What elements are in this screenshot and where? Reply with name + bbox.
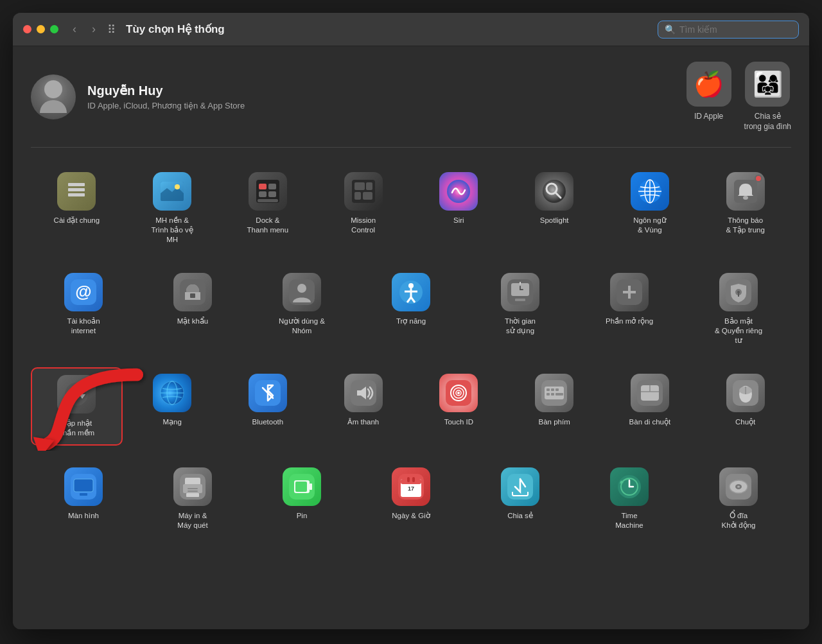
timemachine-item[interactable]: TimeMachine bbox=[577, 461, 682, 537]
avatar[interactable] bbox=[31, 74, 76, 119]
svg-rect-82 bbox=[80, 493, 87, 496]
extensions-item[interactable]: Phần mở rộng bbox=[577, 266, 682, 352]
svg-text:@: @ bbox=[75, 282, 91, 301]
search-box[interactable]: 🔍 bbox=[658, 21, 799, 39]
siri-icon bbox=[439, 172, 478, 211]
screentime-icon bbox=[501, 273, 539, 311]
svg-rect-98 bbox=[412, 477, 415, 482]
wallpaper-label: MH nền &Trình bảo vệ MH bbox=[146, 216, 198, 245]
apple-id-label: ID Apple bbox=[694, 112, 723, 122]
display-label: Màn hình bbox=[68, 511, 99, 521]
general-icon bbox=[57, 172, 96, 211]
notifications-label: Thông báo& Tập trung bbox=[726, 216, 765, 235]
network-icon bbox=[153, 374, 191, 412]
display-item[interactable]: Màn hình bbox=[31, 461, 136, 537]
back-button[interactable]: ‹ bbox=[69, 21, 80, 37]
svg-rect-14 bbox=[366, 182, 372, 190]
svg-rect-93 bbox=[295, 482, 307, 492]
svg-point-34 bbox=[408, 283, 414, 288]
svg-rect-11 bbox=[258, 199, 278, 202]
family-sharing-button[interactable]: 👨‍👩‍👧 Chia sẻ trong gia đình bbox=[744, 62, 791, 132]
battery-label: Pin bbox=[297, 511, 308, 521]
touchid-icon bbox=[439, 374, 478, 412]
svg-point-63 bbox=[457, 392, 460, 394]
touchid-item[interactable]: Touch ID bbox=[413, 367, 505, 446]
printer-item[interactable]: Máy in &Máy quét bbox=[140, 461, 245, 537]
screentime-item[interactable]: Thời giansử dụng bbox=[468, 266, 573, 352]
mouse-item[interactable]: Chuột bbox=[699, 367, 791, 446]
users-label: Người dùng &Nhóm bbox=[279, 317, 325, 336]
wallpaper-icon bbox=[153, 172, 191, 211]
svg-point-32 bbox=[297, 284, 306, 293]
password-icon bbox=[173, 273, 212, 311]
language-label: Ngôn ngữ& Vùng bbox=[633, 216, 666, 235]
mission-control-item[interactable]: MissionControl bbox=[317, 166, 409, 251]
extensions-icon bbox=[610, 273, 649, 311]
profile-name: Nguyễn Huy bbox=[87, 83, 245, 98]
battery-item[interactable]: Pin bbox=[249, 461, 354, 537]
svg-point-5 bbox=[175, 184, 180, 189]
keyboard-item[interactable]: Bàn phím bbox=[509, 367, 600, 446]
close-button[interactable] bbox=[23, 25, 31, 33]
system-preferences-window: ‹ › ⠿ Tùy chọn Hệ thống 🔍 Nguyễn Huy ID … bbox=[13, 13, 809, 629]
security-item[interactable]: Bảo mật& Quyền riêng tư bbox=[686, 266, 791, 352]
wallpaper-item[interactable]: MH nền &Trình bảo vệ MH bbox=[127, 166, 218, 251]
notifications-icon bbox=[726, 172, 765, 211]
spotlight-icon bbox=[535, 172, 573, 211]
svg-rect-69 bbox=[547, 393, 550, 396]
profile-subtitle: ID Apple, iCloud, Phương tiện & App Stor… bbox=[87, 101, 245, 110]
grid-view-button[interactable]: ⠿ bbox=[107, 22, 116, 37]
display-icon bbox=[64, 467, 103, 506]
svg-rect-2 bbox=[68, 193, 85, 196]
internet-accounts-label: Tài khoảninternet bbox=[67, 317, 100, 336]
screentime-label: Thời giansử dụng bbox=[505, 317, 536, 336]
password-item[interactable]: Mật khẩu bbox=[140, 266, 245, 352]
forward-button[interactable]: › bbox=[88, 21, 100, 37]
sharing-item[interactable]: Chia sẻ bbox=[468, 461, 573, 537]
svg-rect-87 bbox=[188, 488, 198, 489]
siri-item[interactable]: Siri bbox=[413, 166, 505, 251]
spotlight-item[interactable]: Spotlight bbox=[509, 166, 600, 251]
dock-item[interactable]: Dock &Thanh menu bbox=[222, 166, 314, 251]
svg-rect-68 bbox=[555, 388, 559, 391]
password-label: Mật khẩu bbox=[177, 317, 209, 326]
maximize-button[interactable] bbox=[50, 25, 58, 33]
siri-label: Siri bbox=[453, 216, 464, 225]
search-input[interactable] bbox=[679, 24, 782, 35]
notifications-item[interactable]: Thông báo& Tập trung bbox=[699, 166, 791, 251]
battery-icon bbox=[283, 467, 321, 506]
sound-item[interactable]: Âm thanh bbox=[317, 367, 409, 446]
internet-accounts-item[interactable]: @ Tài khoảninternet bbox=[31, 266, 136, 352]
bluetooth-item[interactable]: Bluetooth bbox=[222, 367, 314, 446]
spotlight-label: Spotlight bbox=[540, 216, 569, 225]
minimize-button[interactable] bbox=[37, 25, 45, 33]
trackpad-label: Bàn di chuột bbox=[629, 417, 671, 427]
users-item[interactable]: Người dùng &Nhóm bbox=[249, 266, 354, 352]
content-area: Nguyễn Huy ID Apple, iCloud, Phương tiện… bbox=[13, 46, 809, 629]
svg-rect-0 bbox=[68, 183, 85, 186]
apple-id-button[interactable]: 🍎 ID Apple bbox=[686, 62, 731, 132]
mouse-icon bbox=[726, 374, 765, 412]
language-item[interactable]: Ngôn ngữ& Vùng bbox=[604, 166, 696, 251]
trackpad-item[interactable]: Bàn di chuột bbox=[604, 367, 696, 446]
datetime-item[interactable]: 17 Ngày & Giờ bbox=[358, 461, 464, 537]
network-item[interactable]: Mạng bbox=[127, 367, 218, 446]
software-update-item[interactable]: Cập nhậtphần mềm bbox=[31, 367, 123, 446]
accessibility-item[interactable]: Trợ năng bbox=[358, 266, 464, 352]
svg-rect-89 bbox=[186, 493, 199, 497]
svg-rect-15 bbox=[354, 192, 361, 200]
svg-rect-9 bbox=[259, 191, 267, 197]
svg-point-48 bbox=[737, 291, 740, 293]
svg-rect-7 bbox=[259, 184, 267, 189]
startup-disk-item[interactable]: Ổ đĩaKhởi động bbox=[686, 461, 791, 537]
settings-grid-row3: Cập nhậtphần mềm Mạng Bluetooth bbox=[31, 367, 791, 446]
svg-rect-92 bbox=[310, 483, 312, 490]
general-settings-item[interactable]: Cài đặt chung bbox=[31, 166, 123, 251]
traffic-lights bbox=[23, 25, 58, 33]
svg-rect-96 bbox=[401, 479, 421, 484]
mission-control-icon bbox=[344, 172, 383, 211]
svg-rect-30 bbox=[190, 293, 195, 298]
keyboard-icon bbox=[535, 374, 573, 412]
extensions-label: Phần mở rộng bbox=[606, 317, 653, 326]
notification-badge bbox=[755, 175, 762, 182]
